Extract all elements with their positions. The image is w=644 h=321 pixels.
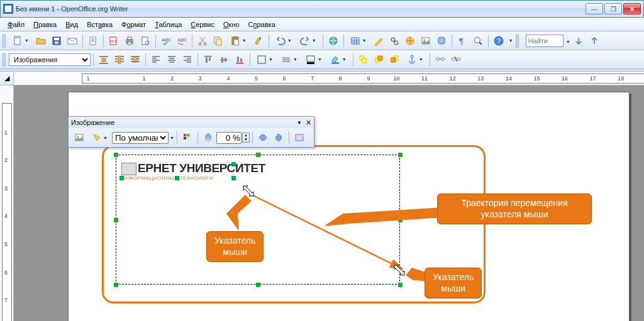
menu-таблица[interactable]: Таблица [151,19,186,30]
find-replace-button[interactable] [387,34,401,48]
copy-button[interactable] [211,34,225,48]
menubar: ФайлПравкаВидВставкаФорматТаблицаСервисО… [0,18,644,31]
selection-handle[interactable] [256,153,260,157]
autospell-button[interactable]: ABC [175,34,189,48]
selection-handle[interactable] [114,218,118,222]
cut-button[interactable] [196,34,209,48]
table-button[interactable]: ▼ [347,34,370,48]
wrap-page-button[interactable] [113,53,126,67]
selection-handle[interactable] [175,176,179,180]
close-button[interactable]: ✕ [623,3,641,14]
selection-handle[interactable] [398,218,402,222]
anchor-button[interactable]: ▼ [404,53,426,67]
menu-окно[interactable]: Окно [219,19,243,30]
menu-вставка[interactable]: Вставка [83,19,116,30]
image-toolbar[interactable]: Изображение ▼ ✕ ▼ По умолчанию ▼ ▲ ▼ [68,116,314,148]
selection-handle[interactable] [256,283,260,287]
toolbar-grip[interactable] [3,34,6,48]
align-bottom-button[interactable] [233,53,247,67]
find-input[interactable] [526,35,564,47]
toolbar-grip-2[interactable] [516,34,519,48]
find-next-button[interactable] [572,34,586,48]
help-button[interactable]: ? [492,34,506,48]
selection-handle[interactable] [114,153,118,157]
toolbar-grip[interactable] [3,53,6,67]
chain-frames-button[interactable] [433,53,447,67]
paste-button[interactable]: ▼ [227,34,250,48]
filter-button[interactable]: ▼ [88,131,111,144]
spellcheck-button[interactable]: ABC [159,34,173,48]
align-top-button[interactable] [201,53,215,67]
selection-handle[interactable] [119,176,124,180]
borders-button[interactable]: ▼ [253,53,276,67]
selection-handle[interactable] [398,153,402,157]
graphics-mode-select[interactable]: По умолчанию [112,132,169,144]
toolbar-overflow[interactable]: ▼ [509,38,513,43]
new-button[interactable]: ▼ [9,34,32,48]
svg-rect-79 [184,137,186,139]
show-draw-button[interactable] [372,34,386,48]
align-right-button[interactable] [180,53,194,67]
format-paintbrush-button[interactable] [252,34,265,48]
datasources-button[interactable] [435,34,448,48]
wrap-through-button[interactable] [128,53,142,67]
menu-вид[interactable]: Вид [62,19,82,30]
transparency-input[interactable] [216,132,242,144]
menu-правка[interactable]: Правка [30,19,60,30]
maximize-button[interactable]: ❐ [604,3,622,14]
align-center-h-button[interactable] [165,53,179,67]
find-prev-button[interactable] [587,34,601,48]
open-button[interactable] [34,34,48,48]
frame-properties-button[interactable] [292,131,306,144]
border-color-button[interactable]: ▼ [303,53,325,67]
send-back-button[interactable] [388,53,402,67]
svg-rect-4 [55,41,58,44]
redo-button[interactable]: ▼ [297,34,319,48]
vertical-ruler[interactable]: 1234567 [0,85,14,321]
align-center-v-button[interactable] [217,53,231,67]
zoom-button[interactable] [471,34,485,48]
save-button[interactable] [50,34,64,48]
print-button[interactable] [123,34,136,48]
svg-text:ABC: ABC [177,37,187,43]
svg-rect-72 [441,58,445,60]
image-toolbar-close-icon[interactable]: ✕ [306,119,311,127]
image-toolbar-dropdown-icon[interactable]: ▼ [297,120,302,126]
bring-front-button[interactable] [372,53,386,67]
selection-handle[interactable] [114,283,118,287]
edit-file-button[interactable] [86,34,100,48]
navigator-button[interactable] [403,34,417,48]
email-button[interactable] [65,34,79,48]
align-left-button[interactable] [149,53,163,67]
transparency-down[interactable]: ▼ [243,138,249,142]
border-style-button[interactable]: ▼ [278,53,301,67]
frame-props-button[interactable] [357,53,370,67]
nonprinting-button[interactable]: ¶ [455,34,469,48]
minimize-button[interactable]: — [586,3,603,14]
flip-v-button[interactable] [272,131,286,144]
unchain-frames-button[interactable] [449,53,463,67]
selection-handle[interactable] [398,283,402,287]
undo-button[interactable]: ▼ [272,34,295,48]
menu-файл[interactable]: Файл [4,19,28,30]
horizontal-ruler[interactable]: 112345678910111213141516171819 [14,72,644,85]
flip-h-button[interactable] [256,131,270,144]
hyperlink-button[interactable] [326,34,340,48]
menu-формат[interactable]: Формат [118,19,150,30]
menu-справка[interactable]: Справка [245,19,279,30]
from-file-button[interactable] [72,131,86,144]
wrap-off-button[interactable] [97,53,111,67]
color-button[interactable] [180,131,194,144]
area-color-button[interactable]: ▼ [327,53,350,67]
page-preview-button[interactable] [138,34,152,48]
transparency-up[interactable]: ▲ [243,133,249,138]
export-pdf-button[interactable]: PDF [107,34,121,48]
callout-pointer-right: Указатель мыши [425,268,482,298]
paragraph-style-select[interactable]: Изображения [9,53,91,66]
selection-handle[interactable] [231,162,236,166]
svg-rect-19 [216,39,221,45]
image-toolbar-title[interactable]: Изображение ▼ ✕ [69,117,314,128]
menu-сервис[interactable]: Сервис [187,19,218,30]
gallery-button[interactable] [419,34,433,48]
selection-handle[interactable] [231,176,236,180]
